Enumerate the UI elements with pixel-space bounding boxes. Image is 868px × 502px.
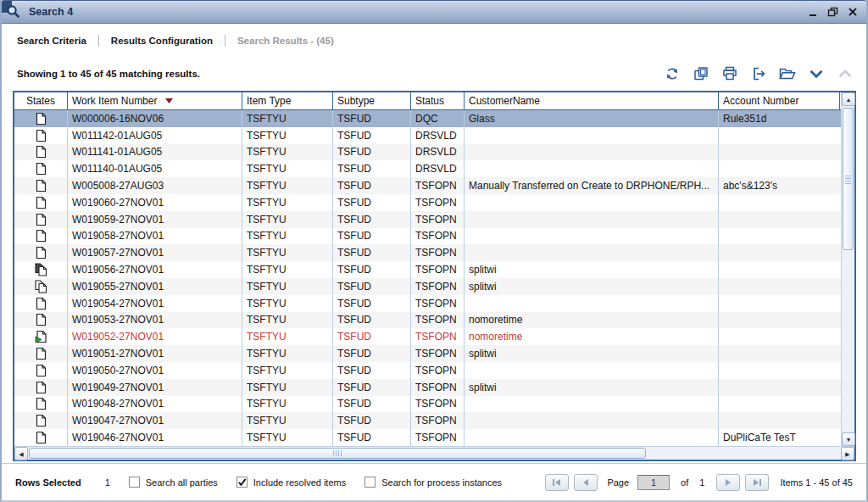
cell-customer-name: nomoretime — [465, 328, 719, 345]
refresh-icon[interactable] — [663, 64, 682, 83]
table-row[interactable]: W019054-27NOV01TSFTYUTSFUDTSFOPN — [14, 295, 841, 312]
cell-work-item-number: W019048-27NOV01 — [68, 396, 242, 413]
table-row[interactable]: W011141-01AUG05TSFTYUTSFUDDRSVLD — [14, 144, 841, 161]
scroll-down-button[interactable]: ▼ — [842, 432, 855, 446]
cell-subtype: TSFUD — [333, 261, 411, 278]
cell-work-item-number: W019057-27NOV01 — [68, 244, 242, 261]
column-header-status[interactable]: Status — [411, 92, 465, 109]
last-page-button[interactable] — [745, 474, 769, 491]
cell-item-type: TSFTYU — [242, 144, 333, 161]
column-header-states[interactable]: States — [14, 92, 68, 109]
open-folder-icon[interactable] — [778, 64, 797, 83]
column-header-subtype[interactable]: Subtype — [333, 92, 411, 109]
sort-desc-icon — [165, 98, 173, 103]
cell-item-type: TSFTYU — [242, 412, 333, 429]
table-row[interactable]: W000006-16NOV06TSFTYUTSFUDDQCGlassRule35… — [14, 110, 841, 127]
cell-item-type: TSFTYU — [242, 429, 333, 446]
checkbox-icon[interactable] — [364, 477, 376, 488]
table-row[interactable]: W019060-27NOV01TSFTYUTSFUDTSFOPN — [14, 194, 841, 211]
chevron-up-icon[interactable] — [836, 64, 854, 83]
close-icon[interactable] — [848, 7, 858, 17]
window-controls — [808, 7, 858, 17]
checkbox-checked-icon[interactable] — [236, 477, 248, 488]
vertical-scroll-track[interactable] — [842, 106, 854, 432]
table-row[interactable]: W019046-27NOV01TSFTYUTSFUDTSFOPNDuPliCaT… — [14, 429, 841, 446]
table-row[interactable]: W011140-01AUG05TSFTYUTSFUDDRSVLD — [14, 160, 841, 177]
column-header-work-item-number[interactable]: Work Item Number — [68, 92, 242, 109]
cell-work-item-number: W019054-27NOV01 — [68, 295, 242, 312]
minimize-icon[interactable] — [808, 7, 818, 17]
cell-account-number — [719, 312, 840, 329]
column-header-account-number[interactable]: Account Number — [719, 92, 840, 109]
total-pages: 1 — [699, 477, 704, 488]
cell-customer-name — [465, 396, 719, 413]
checkbox-include-resolved-items[interactable]: Include resolved items — [236, 477, 346, 488]
table-row[interactable]: W019049-27NOV01TSFTYUTSFUDTSFOPNsplitwi — [14, 379, 841, 396]
table-row[interactable]: W019053-27NOV01TSFTYUTSFUDTSFOPNnomoreti… — [14, 312, 841, 329]
vertical-scroll-thumb[interactable] — [843, 108, 854, 250]
cell-account-number — [719, 160, 840, 177]
cell-work-item-number: W011141-01AUG05 — [68, 144, 242, 161]
column-header-customer-name[interactable]: CustomerName — [465, 92, 719, 109]
table-row[interactable]: W019055-27NOV01TSFTYUTSFUDTSFOPNsplitwi — [14, 278, 841, 295]
scroll-up-button[interactable]: ▲ — [842, 92, 855, 106]
scroll-left-button[interactable]: ◀ — [14, 447, 28, 460]
cell-item-type: TSFTYU — [242, 177, 333, 194]
checkbox-search-all-parties[interactable]: Search all parties — [129, 477, 218, 488]
table-row[interactable]: W019048-27NOV01TSFTYUTSFUDTSFOPN — [14, 396, 841, 413]
cell-work-item-number: W019052-27NOV01 — [68, 328, 242, 345]
cell-account-number — [719, 127, 840, 144]
tab-search-criteria[interactable]: Search Criteria — [17, 36, 86, 46]
horizontal-scroll-thumb[interactable] — [29, 448, 646, 459]
document-icon — [14, 345, 68, 362]
table-row[interactable]: W019057-27NOV01TSFTYUTSFUDTSFOPN — [14, 244, 841, 261]
scroll-right-button[interactable]: ▶ — [841, 447, 854, 460]
cell-customer-name — [465, 362, 719, 379]
cell-item-type: TSFTYU — [242, 345, 333, 362]
next-page-button[interactable] — [716, 474, 740, 491]
horizontal-scroll-track[interactable] — [28, 447, 841, 460]
cell-account-number — [719, 362, 840, 379]
table-row[interactable]: W019059-27NOV01TSFTYUTSFUDTSFOPN — [14, 211, 841, 228]
table-row[interactable]: W019056-27NOV01TSFTYUTSFUDTSFOPNsplitwi — [14, 261, 841, 278]
copy-icon[interactable] — [692, 64, 710, 83]
cell-item-type: TSFTYU — [242, 261, 333, 278]
cell-work-item-number: W011142-01AUG05 — [68, 127, 242, 144]
table-row[interactable]: W011142-01AUG05TSFTYUTSFUDDRSVLD — [14, 127, 841, 144]
document-icon — [14, 429, 68, 446]
cell-account-number — [719, 379, 840, 396]
cell-account-number: Rule351d — [719, 110, 840, 127]
document-copy-icon — [14, 278, 68, 295]
cell-work-item-number: W019058-27NOV01 — [68, 228, 242, 245]
table-row[interactable]: W019051-27NOV01TSFTYUTSFUDTSFOPNsplitwi — [14, 345, 841, 362]
document-icon — [14, 412, 68, 429]
cell-status: TSFOPN — [411, 228, 465, 245]
print-icon[interactable] — [721, 64, 739, 83]
cell-work-item-number: W019050-27NOV01 — [68, 362, 242, 379]
checkbox-icon[interactable] — [129, 477, 140, 488]
cell-item-type: TSFTYU — [242, 379, 333, 396]
export-icon[interactable] — [749, 64, 768, 83]
cell-status: TSFOPN — [411, 412, 465, 429]
table-row[interactable]: W019052-27NOV01TSFTYUTSFUDTSFOPNnomoreti… — [14, 328, 841, 345]
chevron-down-icon[interactable] — [807, 64, 826, 83]
column-header-item-type[interactable]: Item Type — [242, 92, 333, 109]
table-row[interactable]: W019050-27NOV01TSFTYUTSFUDTSFOPN — [14, 362, 841, 379]
table-row[interactable]: W019058-27NOV01TSFTYUTSFUDTSFOPN — [14, 228, 841, 245]
cell-work-item-number: W019060-27NOV01 — [68, 194, 242, 211]
document-icon — [14, 194, 68, 211]
cell-item-type: TSFTYU — [242, 211, 333, 228]
table-header: States Work Item Number Item Type Subtyp… — [14, 92, 841, 110]
restore-icon[interactable] — [827, 7, 838, 17]
previous-page-button[interactable] — [574, 474, 598, 491]
table-row[interactable]: W019047-27NOV01TSFTYUTSFUDTSFOPN — [14, 412, 841, 429]
table-row[interactable]: W005008-27AUG03TSFTYUTSFUDTSFOPNManually… — [14, 177, 841, 194]
cell-status: TSFOPN — [411, 244, 465, 261]
checkbox-search-for-process-instances[interactable]: Search for process instances — [364, 477, 502, 488]
page-number-input[interactable] — [637, 475, 670, 490]
first-page-button[interactable] — [545, 474, 569, 491]
tab-results-configuration[interactable]: Results Configuration — [111, 36, 213, 46]
cell-subtype: TSFUD — [333, 194, 411, 211]
document-icon — [14, 362, 68, 379]
title-bar[interactable]: Search 4 — [0, 0, 868, 24]
